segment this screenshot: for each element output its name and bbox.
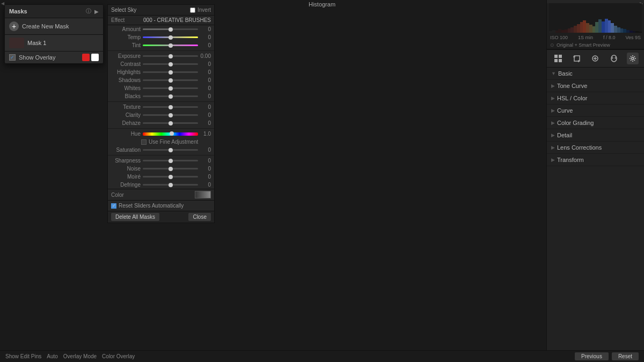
- develop-section-tone-curve[interactable]: ▶ Tone Curve: [547, 80, 644, 92]
- whites-track[interactable]: [143, 87, 198, 89]
- whites-slider-row: Whites 0: [108, 84, 214, 92]
- mask-info-icon[interactable]: ⓘ: [86, 8, 91, 15]
- lens-label: Lens Corrections: [557, 144, 602, 151]
- exposure-track[interactable]: [143, 55, 198, 57]
- temp-slider-row: Temp 0: [108, 33, 214, 41]
- amount-track[interactable]: [143, 28, 198, 30]
- dehaze-track[interactable]: [143, 122, 198, 124]
- blacks-slider-row: Blacks 0: [108, 92, 214, 100]
- grid-tool-icon[interactable]: [552, 53, 564, 64]
- color-grading-label: Color Grading: [557, 120, 594, 126]
- color-swatch[interactable]: [195, 191, 211, 198]
- hue-label: Hue: [111, 131, 141, 137]
- crop-tool-icon[interactable]: [571, 53, 583, 64]
- basic-label: Basic: [558, 70, 573, 77]
- dehaze-value: 0: [200, 120, 211, 126]
- texture-track[interactable]: [143, 106, 198, 108]
- temp-track[interactable]: [143, 36, 198, 38]
- show-overlay-checkbox[interactable]: ✓: [9, 54, 16, 61]
- detail-label: Detail: [557, 132, 572, 138]
- moire-slider-row: Moiré 0: [108, 173, 214, 181]
- shadows-thumb: [169, 78, 173, 83]
- curve-toggle: ▶: [551, 108, 555, 113]
- saturation-track[interactable]: [143, 149, 198, 151]
- main-area: Masks ⓘ ▶ + Create New Mask Mask 1 ✓ Sho…: [0, 0, 644, 350]
- texture-slider-row: Texture 0: [108, 103, 214, 111]
- amount-value: 0: [200, 26, 211, 32]
- color-label: Color: [111, 192, 124, 198]
- contrast-track[interactable]: [143, 63, 198, 65]
- amount-thumb: [169, 27, 173, 32]
- clarity-track[interactable]: [143, 114, 198, 116]
- mask-color-red[interactable]: [82, 54, 90, 61]
- moire-track[interactable]: [143, 176, 198, 178]
- show-edit-pins-label: Show Edit Pins: [5, 353, 41, 359]
- content-wrapper: Masks ⓘ ▶ + Create New Mask Mask 1 ✓ Sho…: [0, 0, 546, 350]
- moire-value: 0: [200, 174, 211, 180]
- highlights-track[interactable]: [143, 71, 198, 73]
- shadows-slider-row: Shadows 0: [108, 76, 214, 84]
- defringe-track[interactable]: [143, 184, 198, 186]
- detail-toggle: ▶: [551, 132, 555, 138]
- smart-preview-icon: ⊙: [550, 42, 554, 48]
- mask-item[interactable]: Mask 1: [5, 35, 103, 51]
- blacks-thumb: [169, 94, 173, 99]
- color-swatch-row: [195, 191, 211, 198]
- temp-label: Temp: [111, 34, 141, 40]
- tint-track[interactable]: [143, 45, 198, 46]
- previous-btn[interactable]: Previous: [575, 352, 609, 360]
- clarity-slider-row: Clarity 0: [108, 111, 214, 119]
- reset-sliders-label: Reset Sliders Automatically: [119, 203, 184, 209]
- hue-track[interactable]: [143, 132, 198, 136]
- develop-section-basic[interactable]: ▼ Basic: [547, 68, 644, 80]
- shadows-track[interactable]: [143, 79, 198, 81]
- sharpness-thumb: [169, 159, 173, 163]
- defringe-slider-row: Defringe 0: [108, 181, 214, 189]
- mask-create-row[interactable]: + Create New Mask: [5, 18, 103, 35]
- develop-section-detail[interactable]: ▶ Detail: [547, 129, 644, 142]
- noise-track[interactable]: [143, 168, 198, 169]
- hue-thumb: [170, 131, 174, 136]
- reset-sliders-checkbox[interactable]: ✓: [111, 203, 116, 209]
- tone-curve-label: Tone Curve: [557, 83, 587, 89]
- noise-thumb: [169, 167, 173, 171]
- saturation-slider-row: Saturation 0: [108, 146, 214, 154]
- use-fine-checkbox[interactable]: [141, 139, 147, 145]
- whites-thumb: [169, 86, 173, 91]
- close-mask-btn[interactable]: Close: [188, 213, 211, 221]
- hue-slider-row: Hue 1.0: [108, 130, 214, 138]
- whites-label: Whites: [111, 85, 141, 91]
- create-mask-label: Create New Mask: [22, 23, 69, 29]
- delete-all-masks-btn[interactable]: Delete All Masks: [111, 213, 159, 221]
- defringe-label: Defringe: [111, 182, 141, 188]
- tint-slider-row: Tint 0: [108, 41, 214, 49]
- develop-section-hsl[interactable]: ▶ HSL / Color: [547, 92, 644, 105]
- moire-thumb: [169, 175, 173, 179]
- create-mask-plus-btn[interactable]: +: [9, 21, 19, 31]
- camera-info: ISO 100 1S min f / 8.0 Ves 9S: [547, 34, 644, 41]
- heal-tool-icon[interactable]: [589, 53, 601, 64]
- use-fine-label: Use Fine Adjustment: [149, 139, 198, 145]
- tone-curve-toggle: ▶: [551, 83, 555, 88]
- hsl-toggle: ▶: [551, 95, 555, 101]
- mask-more-icon[interactable]: ▶: [94, 9, 99, 14]
- mask-name: Mask 1: [27, 40, 46, 46]
- temp-value: 0: [200, 34, 211, 40]
- res-value: Ves 9S: [625, 35, 641, 40]
- invert-checkbox[interactable]: [190, 8, 195, 13]
- select-sky-label: Select Sky: [111, 7, 136, 13]
- right-panel: ◀ Histogram ▶ ISO 100 1S min f / 8.0 Ves…: [546, 0, 644, 350]
- develop-section-transform[interactable]: ▶ Transform: [547, 154, 644, 166]
- develop-section-color-grading[interactable]: ▶ Color Grading: [547, 117, 644, 129]
- blacks-track[interactable]: [143, 95, 198, 97]
- sharpness-track[interactable]: [143, 160, 198, 161]
- develop-section-curve[interactable]: ▶ Curve: [547, 105, 644, 117]
- svg-point-29: [632, 57, 634, 60]
- detail-section-left: ▶ Detail: [551, 132, 572, 138]
- reset-btn[interactable]: Reset: [612, 352, 639, 360]
- settings-tool-icon[interactable]: [627, 53, 639, 64]
- mask-tool-icon[interactable]: [608, 53, 620, 64]
- noise-label: Noise: [111, 166, 141, 172]
- develop-section-lens[interactable]: ▶ Lens Corrections: [547, 142, 644, 154]
- mask-color-white[interactable]: [91, 54, 99, 61]
